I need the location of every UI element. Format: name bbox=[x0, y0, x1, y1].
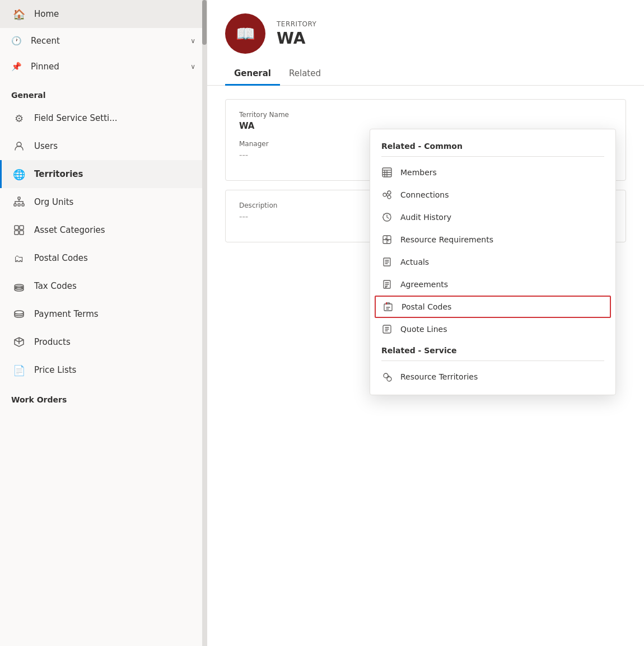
audit-history-icon bbox=[381, 212, 393, 223]
record-header: 📖 TERRITORY WA bbox=[207, 0, 644, 54]
menu-item-label: Resource Territories bbox=[400, 372, 478, 381]
tab-general[interactable]: General bbox=[225, 63, 280, 86]
svg-rect-7 bbox=[15, 231, 18, 235]
sidebar-item-label: Postal Codes bbox=[34, 253, 88, 263]
menu-divider-common bbox=[381, 156, 604, 157]
sidebar-item-home[interactable]: 🏠 Home bbox=[0, 0, 207, 28]
sidebar-item-label: Asset Categories bbox=[34, 225, 105, 235]
recent-icon: 🕐 bbox=[11, 36, 22, 46]
sidebar-item-pinned[interactable]: 📌 Pinned ∨ bbox=[0, 54, 207, 79]
sidebar-item-price-lists[interactable]: 📄 Price Lists bbox=[0, 356, 207, 384]
payment-icon bbox=[13, 308, 25, 320]
record-name: WA bbox=[277, 29, 316, 48]
globe-icon: 🌐 bbox=[13, 168, 25, 180]
menu-item-label: Actuals bbox=[400, 258, 429, 266]
menu-item-label: Quote Lines bbox=[400, 325, 447, 334]
svg-rect-3 bbox=[18, 204, 20, 206]
sidebar-item-label: Recent bbox=[31, 36, 60, 46]
territory-name-label: Territory Name bbox=[239, 111, 612, 119]
menu-item-members[interactable]: Members bbox=[370, 161, 615, 184]
sidebar-item-label: Field Service Setti... bbox=[34, 113, 118, 123]
record-type-label: TERRITORY bbox=[277, 20, 316, 28]
dropdown-menu: Related - Common Members bbox=[370, 129, 616, 395]
resource-requirements-icon bbox=[381, 234, 393, 245]
resource-territories-icon bbox=[381, 371, 393, 382]
postal-icon: 🗂 bbox=[13, 252, 25, 264]
sidebar-item-payment-terms[interactable]: Payment Terms bbox=[0, 300, 207, 328]
avatar-icon: 📖 bbox=[236, 25, 255, 43]
svg-point-15 bbox=[388, 191, 391, 194]
home-icon: 🏠 bbox=[13, 8, 25, 20]
avatar: 📖 bbox=[225, 13, 265, 54]
menu-item-label: Agreements bbox=[400, 280, 448, 289]
sidebar-item-products[interactable]: Products bbox=[0, 328, 207, 356]
menu-item-label: Audit History bbox=[400, 213, 451, 222]
menu-item-label: Connections bbox=[400, 190, 449, 199]
chevron-down-icon: ∨ bbox=[190, 63, 195, 71]
sidebar-item-recent[interactable]: 🕐 Recent ∨ bbox=[0, 28, 207, 54]
svg-rect-5 bbox=[15, 226, 18, 230]
menu-item-resource-requirements[interactable]: Resource Requirements bbox=[370, 228, 615, 251]
tax-icon bbox=[13, 280, 25, 292]
sidebar-item-label: Tax Codes bbox=[34, 281, 77, 291]
gear-icon: ⚙ bbox=[13, 112, 25, 124]
sidebar-item-org-units[interactable]: Org Units bbox=[0, 188, 207, 216]
actuals-icon bbox=[381, 256, 393, 268]
record-info: TERRITORY WA bbox=[277, 20, 316, 48]
org-icon bbox=[13, 196, 25, 208]
menu-item-agreements[interactable]: Agreements bbox=[370, 273, 615, 296]
svg-rect-22 bbox=[386, 302, 387, 305]
svg-rect-6 bbox=[20, 226, 24, 230]
menu-item-quote-lines[interactable]: Quote Lines bbox=[370, 318, 615, 340]
sidebar-item-label: Home bbox=[34, 9, 59, 19]
agreements-icon bbox=[381, 279, 393, 290]
sidebar-item-label: Payment Terms bbox=[34, 309, 99, 319]
menu-item-postal-codes[interactable]: Postal Codes bbox=[375, 296, 611, 318]
svg-rect-2 bbox=[14, 204, 16, 206]
menu-item-audit-history[interactable]: Audit History bbox=[370, 206, 615, 228]
sidebar-item-label: Org Units bbox=[34, 197, 73, 207]
svg-point-12 bbox=[15, 311, 24, 314]
menu-item-resource-territories[interactable]: Resource Territories bbox=[370, 366, 615, 388]
sidebar-item-label: Price Lists bbox=[34, 365, 76, 375]
main-content: 📖 TERRITORY WA General Related Territory… bbox=[207, 0, 644, 646]
tabs-bar: General Related bbox=[207, 63, 644, 86]
chevron-down-icon: ∨ bbox=[190, 37, 195, 45]
menu-divider-service bbox=[381, 361, 604, 361]
menu-item-label: Postal Codes bbox=[402, 302, 451, 311]
territory-name-field: Territory Name WA bbox=[239, 111, 612, 131]
sidebar-section-work-orders: Work Orders bbox=[0, 384, 207, 409]
sidebar-item-label: Territories bbox=[34, 169, 83, 179]
menu-item-connections[interactable]: Connections bbox=[370, 184, 615, 206]
sidebar-item-asset-categories[interactable]: Asset Categories bbox=[0, 216, 207, 244]
postal-codes-icon bbox=[382, 301, 394, 312]
menu-section-related-service: Related - Service bbox=[370, 340, 615, 358]
quote-lines-icon bbox=[381, 324, 393, 335]
sidebar-item-label: Products bbox=[34, 337, 71, 347]
menu-item-label: Resource Requirements bbox=[400, 235, 493, 244]
sidebar-item-label: Pinned bbox=[31, 62, 59, 72]
svg-rect-1 bbox=[18, 197, 20, 199]
asset-icon bbox=[13, 224, 25, 236]
pin-icon: 📌 bbox=[11, 62, 22, 72]
sidebar-section-general: General bbox=[0, 79, 207, 104]
user-icon bbox=[13, 140, 25, 152]
menu-item-label: Members bbox=[400, 168, 437, 177]
sidebar: 🏠 Home 🕐 Recent ∨ 📌 Pinned ∨ General ⚙ F… bbox=[0, 0, 207, 646]
tab-related[interactable]: Related bbox=[280, 63, 330, 86]
svg-rect-8 bbox=[20, 231, 24, 235]
menu-item-actuals[interactable]: Actuals bbox=[370, 251, 615, 273]
svg-rect-4 bbox=[22, 204, 24, 206]
sidebar-item-field-service[interactable]: ⚙ Field Service Setti... bbox=[0, 104, 207, 132]
sidebar-item-tax-codes[interactable]: Tax Codes bbox=[0, 272, 207, 300]
connections-icon bbox=[381, 189, 393, 200]
sidebar-item-territories[interactable]: 🌐 Territories bbox=[0, 160, 207, 188]
products-icon bbox=[13, 336, 25, 348]
members-icon bbox=[381, 167, 393, 178]
menu-section-related-common: Related - Common bbox=[370, 136, 615, 154]
svg-point-16 bbox=[388, 195, 391, 199]
svg-point-14 bbox=[383, 193, 386, 196]
sidebar-item-label: Users bbox=[34, 141, 58, 151]
sidebar-item-users[interactable]: Users bbox=[0, 132, 207, 160]
sidebar-item-postal-codes[interactable]: 🗂 Postal Codes bbox=[0, 244, 207, 272]
